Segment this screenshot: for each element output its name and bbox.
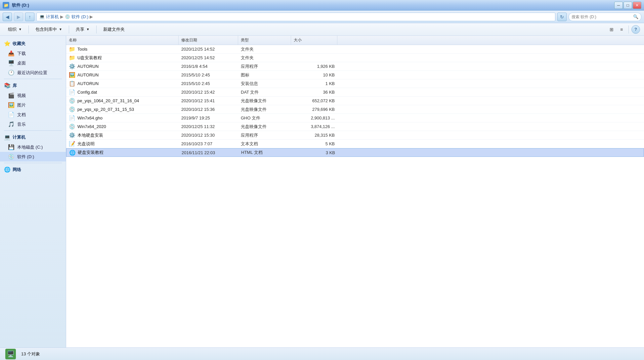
sidebar-header-favorites[interactable]: ⭐ 收藏夹 — [0, 38, 66, 49]
search-input[interactable] — [572, 15, 632, 19]
sidebar-item-picture[interactable]: 🖼️ 图片 — [0, 100, 66, 110]
column-header-type[interactable]: 类型 — [238, 36, 291, 45]
file-modified-cell: 2020/10/12 15:42 — [179, 90, 238, 95]
table-row[interactable]: 📝 光盘说明 2016/10/23 7:07 文本文档 5 KB — [66, 140, 644, 148]
table-row[interactable]: 🌐 硬盘安装教程 2016/11/21 22:03 HTML 文档 3 KB — [66, 148, 644, 157]
file-type-cell: GHO 文件 — [238, 115, 291, 121]
file-name-cell: 📄 Win7x64.gho — [66, 115, 179, 121]
table-row[interactable]: 📄 Win7x64.gho 2019/9/7 19:25 GHO 文件 2,90… — [66, 114, 644, 122]
maximize-button[interactable]: □ — [623, 2, 632, 9]
main-layout: ⭐ 收藏夹 📥 下载 🖥️ 桌面 🕐 最近访问的位置 📚 库 — [0, 36, 644, 347]
sidebar-header-network[interactable]: 🌐 网络 — [0, 164, 66, 175]
file-icon: ⚙️ — [69, 63, 75, 69]
share-dropdown-arrow: ▼ — [86, 27, 90, 31]
forward-button[interactable]: ▶ — [14, 13, 23, 21]
file-modified-cell: 2016/10/23 7:07 — [179, 141, 238, 146]
file-type-cell: 文本文档 — [238, 141, 291, 147]
breadcrumb-bar: 💻 计算机 ▶ 💿 软件 (D:) ▶ — [36, 13, 555, 21]
file-type-cell: DAT 文件 — [238, 89, 291, 95]
file-modified-cell: 2020/10/12 15:36 — [179, 107, 238, 112]
toolbar-separator-3 — [96, 25, 97, 33]
sidebar-item-drive-c[interactable]: 💾 本地磁盘 (C:) — [0, 142, 66, 152]
toolbar-separator-4 — [628, 25, 629, 33]
view-toggle-button[interactable]: ≡ — [617, 25, 626, 34]
sidebar-item-drive-d[interactable]: 💿 软件 (D:) — [0, 152, 66, 161]
sidebar-section-computer: 💻 计算机 💾 本地磁盘 (C:) 💿 软件 (D:) — [0, 132, 66, 161]
file-list-header: 名称 修改日期 类型 大小 — [66, 36, 644, 45]
file-name-cell: 📄 Config.dat — [66, 89, 179, 95]
sidebar-header-library[interactable]: 📚 库 — [0, 80, 66, 91]
address-bar: ◀ ▶ ↑ 💻 计算机 ▶ 💿 软件 (D:) ▶ ↻ 🔍 — [0, 11, 644, 23]
download-icon: 📥 — [8, 50, 15, 57]
share-button[interactable]: 共享 ▼ — [72, 25, 94, 34]
table-row[interactable]: 📋 AUTORUN 2015/5/10 2:45 安装信息 1 KB — [66, 79, 644, 88]
column-header-modified[interactable]: 修改日期 — [179, 36, 238, 45]
file-icon: 💿 — [69, 106, 75, 112]
file-icon: 📁 — [69, 46, 75, 52]
sidebar-item-recent[interactable]: 🕐 最近访问的位置 — [0, 68, 66, 77]
status-icon: 🖥️ — [5, 349, 16, 359]
file-modified-cell: 2016/1/8 4:54 — [179, 64, 238, 69]
file-size-cell: 36 KB — [291, 90, 337, 95]
minimize-button[interactable]: ─ — [614, 2, 623, 9]
table-row[interactable]: 💿 pe_yqs_xp_20_07_31_15_53 2020/10/12 15… — [66, 105, 644, 114]
table-row[interactable]: 🖼️ AUTORUN 2015/5/10 2:45 图标 10 KB — [66, 71, 644, 79]
breadcrumb-computer[interactable]: 💻 计算机 — [39, 14, 59, 20]
file-name-cell: 🖼️ AUTORUN — [66, 72, 179, 78]
toolbar-separator-1 — [28, 25, 29, 33]
sidebar-divider-3 — [4, 163, 62, 163]
table-row[interactable]: ⚙️ AUTORUN 2016/1/8 4:54 应用程序 1,926 KB — [66, 62, 644, 71]
table-row[interactable]: 📁 U盘安装教程 2020/12/25 14:52 文件夹 — [66, 54, 644, 62]
document-icon: 📄 — [8, 112, 15, 118]
file-name: AUTORUN — [77, 72, 99, 77]
table-row[interactable]: 📁 Tools 2020/12/25 14:52 文件夹 — [66, 45, 644, 54]
file-type-cell: 图标 — [238, 72, 291, 78]
sidebar-item-music[interactable]: 🎵 音乐 — [0, 119, 66, 129]
computer-sidebar-icon: 💻 — [4, 134, 11, 140]
file-icon: 📝 — [69, 141, 75, 147]
file-size-cell: 652,072 KB — [291, 98, 337, 103]
column-header-size[interactable]: 大小 — [291, 36, 337, 45]
up-button[interactable]: ↑ — [25, 13, 34, 21]
breadcrumb-drive-d[interactable]: 💿 软件 (D:) — [65, 14, 88, 20]
refresh-button[interactable]: ↻ — [557, 13, 567, 21]
close-button[interactable]: ✕ — [633, 2, 641, 9]
status-bar: 🖥️ 13 个对象 — [0, 347, 644, 360]
table-row[interactable]: 💿 pe_yqs_1064_20_07_31_16_04 2020/10/12 … — [66, 97, 644, 105]
sidebar-item-document[interactable]: 📄 文档 — [0, 110, 66, 119]
help-button[interactable]: ? — [631, 25, 640, 34]
column-header-name[interactable]: 名称 — [66, 36, 179, 45]
file-type-cell: 光盘映像文件 — [238, 98, 291, 104]
organize-dropdown-arrow: ▼ — [19, 27, 22, 31]
include-library-button[interactable]: 包含到库中 ▼ — [31, 25, 66, 34]
back-button[interactable]: ◀ — [3, 13, 12, 21]
file-name-cell: 📝 光盘说明 — [66, 141, 179, 147]
sidebar-section-library: 📚 库 🎬 视频 🖼️ 图片 📄 文档 🎵 音乐 — [0, 80, 66, 129]
toolbar-right: ⊞ ≡ ? — [607, 25, 640, 34]
sidebar-divider-2 — [4, 130, 62, 131]
file-size-cell: 3,874,126 ... — [291, 124, 337, 129]
sidebar-item-video[interactable]: 🎬 视频 — [0, 91, 66, 100]
file-name-cell: 💿 pe_yqs_xp_20_07_31_15_53 — [66, 106, 179, 112]
table-row[interactable]: ⚙️ 本地硬盘安装 2020/10/12 15:30 应用程序 28,315 K… — [66, 131, 644, 140]
file-list-container: 名称 修改日期 类型 大小 📁 Tools 2020/12/25 14:52 文… — [66, 36, 644, 347]
window-title: 软件 (D:) — [12, 2, 29, 8]
view-options-button[interactable]: ⊞ — [607, 25, 616, 34]
search-icon: 🔍 — [633, 14, 638, 19]
organize-button[interactable]: 组织 ▼ — [4, 25, 26, 34]
table-row[interactable]: 📄 Config.dat 2020/10/12 15:42 DAT 文件 36 … — [66, 88, 644, 97]
drive-icon: 💿 — [65, 14, 70, 19]
sidebar-item-download[interactable]: 📥 下载 — [0, 49, 66, 58]
file-icon: 📋 — [69, 80, 75, 87]
status-object-count: 13 个对象 — [21, 351, 40, 357]
table-row[interactable]: 💿 Win7x64_2020 2020/12/25 11:32 光盘映像文件 3… — [66, 122, 644, 131]
file-size-cell: 1,926 KB — [291, 64, 337, 69]
sidebar-item-desktop[interactable]: 🖥️ 桌面 — [0, 58, 66, 68]
new-folder-button[interactable]: 新建文件夹 — [99, 25, 129, 34]
search-bar: 🔍 — [569, 13, 641, 21]
sidebar-header-computer[interactable]: 💻 计算机 — [0, 132, 66, 142]
breadcrumb-sep-2: ▶ — [90, 14, 93, 19]
file-size-cell: 2,900,813 ... — [291, 115, 337, 120]
file-size-cell: 5 KB — [291, 141, 337, 146]
file-modified-cell: 2020/10/12 15:41 — [179, 98, 238, 103]
